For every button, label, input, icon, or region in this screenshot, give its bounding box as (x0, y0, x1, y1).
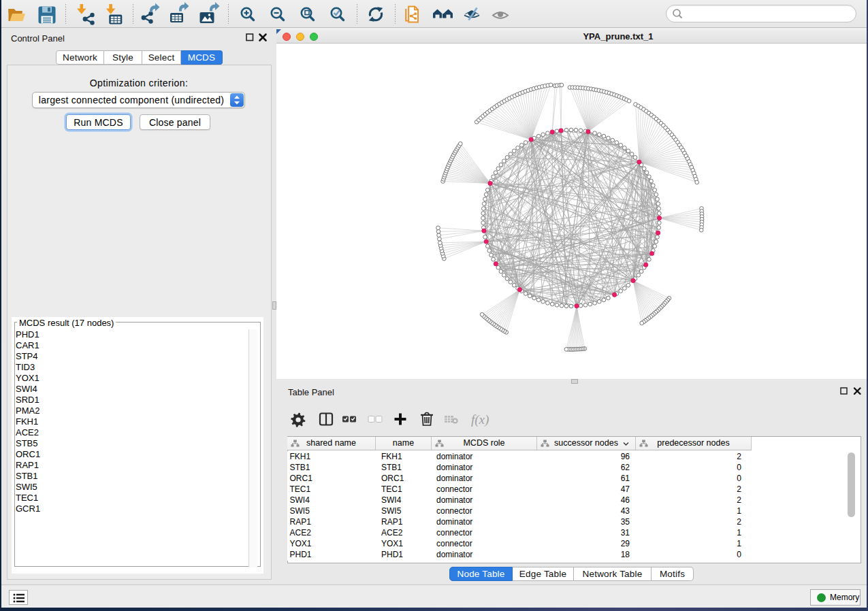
svg-text:f(x): f(x) (471, 412, 489, 427)
